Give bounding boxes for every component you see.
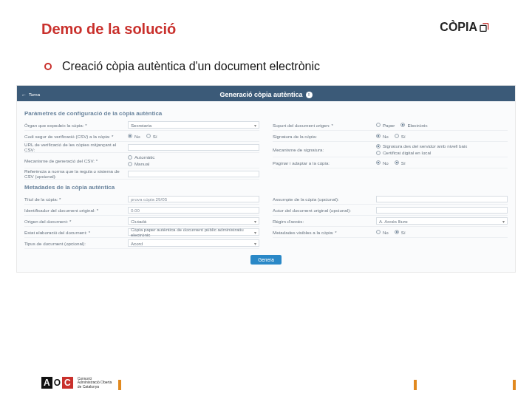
- chevron-down-icon: ▾: [254, 241, 256, 246]
- sig-si-text: Sí: [401, 134, 406, 139]
- ref-label: Referència a norma que la regula o siste…: [24, 168, 128, 179]
- titol-value: prova còpia 29/05: [131, 197, 167, 202]
- assumpte-input[interactable]: [376, 196, 508, 202]
- sig-no-radio[interactable]: No: [376, 134, 389, 139]
- autor-label: Autor del document original (opcional):: [273, 208, 376, 213]
- section-config: Paràmetres de configuració de la còpia a…: [24, 110, 508, 117]
- id-input[interactable]: 0.00: [128, 207, 259, 214]
- origen-value: Ciutadà: [131, 219, 146, 224]
- aoc-logo: AOC: [41, 377, 73, 389]
- assumpte-label: Assumpte de la còpia (opcional):: [273, 197, 376, 202]
- pag-si-radio[interactable]: Sí: [395, 160, 406, 166]
- bullet-text: Creació còpia autèntica d'un document el…: [62, 60, 320, 73]
- pag-si-text: Sí: [401, 160, 406, 166]
- chevron-down-icon: ▾: [254, 230, 256, 235]
- sig-label: Signatura de la còpia:: [273, 134, 376, 139]
- url-input[interactable]: [128, 144, 259, 151]
- section-meta: Metadades de la còpia autèntica: [24, 184, 508, 191]
- suport-elec-radio[interactable]: Electrònic: [400, 123, 427, 128]
- copy-icon: [479, 21, 491, 33]
- page-title: Generació còpia autèntica !: [219, 91, 312, 98]
- generate-button[interactable]: Genera: [250, 255, 282, 265]
- chevron-down-icon: ▾: [254, 123, 256, 128]
- app-screenshot: ← Torna Generació còpia autèntica ! Parà…: [16, 85, 516, 273]
- suport-label: Suport del document origen: *: [273, 123, 376, 128]
- footer-logo: AOC Consorci Administració Oberta de Cat…: [41, 377, 112, 389]
- footer-text: Consorci Administració Oberta de Catalun…: [78, 377, 112, 389]
- chevron-down-icon: ▾: [254, 219, 256, 224]
- sig-si-radio[interactable]: Sí: [395, 134, 406, 139]
- suport-paper-radio[interactable]: Paper: [376, 123, 395, 128]
- mecsig-b-text: Certificat digital en local: [383, 150, 431, 155]
- origen-select[interactable]: Ciutadà▾: [128, 217, 259, 225]
- chevron-down-icon: ▾: [502, 219, 505, 224]
- app-topbar: ← Torna Generació còpia autèntica !: [17, 88, 515, 101]
- origen-label: Origen del document: *: [24, 219, 128, 224]
- regim-select[interactable]: A. Accés lliure▾: [376, 217, 508, 225]
- csv-no-radio[interactable]: No: [128, 134, 140, 139]
- pag-label: Paginar i adaptar a la còpia:: [273, 160, 376, 166]
- mec-manual-radio[interactable]: Manual: [128, 161, 149, 166]
- mec-label: Mecanisme de generació del CSV: *: [24, 158, 128, 163]
- suport-paper-text: Paper: [383, 123, 395, 128]
- suport-elec-text: Electrònic: [407, 123, 427, 128]
- titol-label: Títol de la còpia: *: [24, 197, 128, 202]
- mec-manual-text: Manual: [134, 161, 149, 166]
- estat-label: Estat elaboració del document: *: [24, 230, 128, 235]
- info-icon[interactable]: !: [306, 92, 313, 98]
- organ-select[interactable]: Secretaria▾: [128, 121, 259, 129]
- metaext-no-radio[interactable]: No: [376, 230, 389, 235]
- brand-logo: CÒPIA: [440, 21, 491, 34]
- ref-input[interactable]: [128, 171, 259, 177]
- slide-title: Demo de la solució: [41, 21, 176, 38]
- back-label: Torna: [29, 92, 40, 97]
- bullet-item: Creació còpia autèntica d'un document el…: [44, 60, 491, 73]
- titol-input[interactable]: prova còpia 29/05: [128, 196, 259, 202]
- mec-auto-text: Automàtic: [134, 154, 155, 160]
- mec-auto-radio[interactable]: Automàtic: [128, 154, 155, 160]
- metaext-label: Metadades visibles a la còpia: *: [273, 230, 376, 235]
- bullet-marker: [44, 63, 52, 70]
- pag-no-text: No: [383, 160, 389, 166]
- sig-no-text: No: [383, 134, 389, 139]
- csv-si-text: Sí: [153, 134, 157, 139]
- id-label: Identificador del document original: *: [24, 208, 128, 213]
- organ-value: Secretaria: [131, 123, 151, 128]
- estat-select[interactable]: Còpia paper autèntica de document públic…: [128, 228, 259, 236]
- pag-no-radio[interactable]: No: [376, 160, 389, 166]
- mecsig-a-radio[interactable]: Signatura des del servidor amb nivell ba…: [376, 143, 468, 149]
- estat-value: Còpia paper autèntica de document públic…: [131, 227, 254, 237]
- csv-no-text: No: [134, 134, 140, 139]
- organ-label: Òrgan que expedeix la còpia: *: [24, 123, 128, 128]
- mecsig-a-text: Signatura des del servidor amb nivell ba…: [383, 143, 468, 149]
- brand-text: CÒPIA: [440, 21, 477, 34]
- csv-label: Codi segur de verificació (CSV) a la còp…: [24, 134, 128, 139]
- regim-value: A. Accés lliure: [379, 219, 408, 224]
- footer-l3: de Catalunya: [78, 385, 112, 389]
- metaext-no-text: No: [383, 230, 389, 235]
- tipus-value: Acord: [131, 241, 143, 246]
- autor-input[interactable]: [376, 207, 508, 214]
- arrow-left-icon: ←: [21, 92, 27, 98]
- metaext-si-text: Sí: [401, 230, 406, 235]
- tipus-label: Tipus de document (opcional):: [24, 241, 128, 246]
- csv-si-radio[interactable]: Sí: [146, 134, 157, 139]
- tipus-select[interactable]: Acord▾: [128, 239, 259, 247]
- url-label: URL de verificació de les còpies mitjanç…: [24, 142, 128, 152]
- back-button[interactable]: ← Torna: [21, 92, 40, 98]
- page-title-text: Generació còpia autèntica: [219, 91, 302, 98]
- id-value: 0.00: [131, 208, 140, 213]
- metaext-si-radio[interactable]: Sí: [395, 230, 406, 235]
- regim-label: Règim d'accés:: [273, 219, 376, 224]
- mecsig-label: Mecanisme de signatura:: [273, 147, 376, 152]
- mecsig-b-radio[interactable]: Certificat digital en local: [376, 150, 431, 155]
